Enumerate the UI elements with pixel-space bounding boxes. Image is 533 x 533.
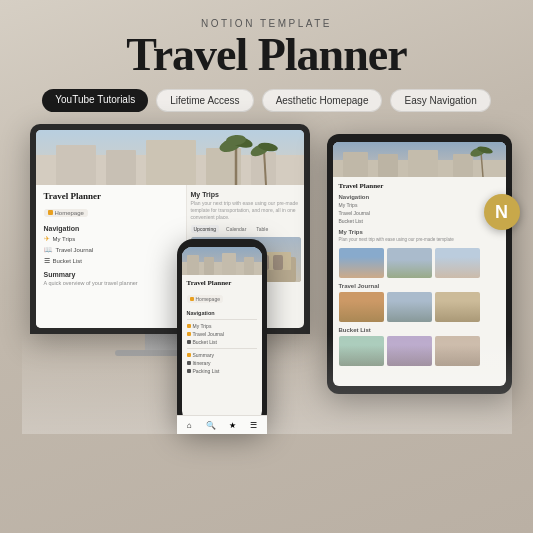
phone-screen: Travel Planner Homepage Navigation My Tr… xyxy=(182,247,262,421)
phone-badge-dot xyxy=(190,297,194,301)
svg-rect-27 xyxy=(408,150,438,177)
phone-nav-item-1[interactable]: My Trips xyxy=(187,323,257,329)
notion-badge: N xyxy=(484,194,520,230)
monitor-nav-item-2[interactable]: 📖 Travel Journal xyxy=(44,246,178,254)
tablet-nav-item-2[interactable]: Travel Journal xyxy=(339,210,500,216)
phone-badge-label: Homepage xyxy=(196,296,220,302)
phone-nav-item-4[interactable]: Summary xyxy=(187,352,257,358)
phone-content: Travel Planner Homepage Navigation My Tr… xyxy=(182,275,262,378)
phone-nav-dot-3 xyxy=(187,340,191,344)
tablet-img-street xyxy=(387,292,432,322)
svg-rect-3 xyxy=(106,150,136,185)
svg-rect-28 xyxy=(453,154,473,177)
nav-item-label-1: My Trips xyxy=(53,236,76,242)
monitor-trips-text: Plan your next trip with ease using our … xyxy=(191,200,301,221)
phone-nav-divider xyxy=(187,319,257,320)
phone-nav-label-6: Packing List xyxy=(193,368,220,374)
tablet-screen: Travel Planner Navigation My Trips Trave… xyxy=(333,142,506,386)
tablet-nav-label: Navigation xyxy=(339,194,500,200)
tablet-img-row xyxy=(339,248,500,278)
phone-title: Travel Planner xyxy=(187,279,257,287)
svg-rect-37 xyxy=(244,257,254,275)
phone-nav-dot-4 xyxy=(187,353,191,357)
phone: Travel Planner Homepage Navigation My Tr… xyxy=(177,239,267,434)
notion-label: NOTION TEMPLATE xyxy=(201,18,332,29)
tablet-hero xyxy=(333,142,506,177)
page-wrapper: NOTION TEMPLATE Travel Planner YouTube T… xyxy=(0,0,533,533)
phone-nav-label-4: Summary xyxy=(193,352,214,358)
monitor-nav-item-1[interactable]: ✈ My Trips xyxy=(44,235,178,243)
phone-bottom-bar: ⌂ 🔍 ★ ☰ xyxy=(182,415,262,421)
phone-badge: Homepage xyxy=(187,295,223,303)
svg-rect-22 xyxy=(273,255,283,270)
monitor-trips-label: My Trips xyxy=(191,191,301,198)
bucket-img-2 xyxy=(387,336,432,366)
tablet-nav-item-1[interactable]: My Trips xyxy=(339,202,500,208)
tablet-img-temple xyxy=(339,292,384,322)
tablet-bucket-label: Bucket List xyxy=(339,327,500,333)
list-icon: ☰ xyxy=(44,257,50,265)
phone-outer: Travel Planner Homepage Navigation My Tr… xyxy=(177,239,267,429)
tablet-page-title: Travel Planner xyxy=(339,182,500,190)
tablet-nav-section: Navigation My Trips Travel Journal Bucke… xyxy=(339,194,500,224)
badge-aesthetic[interactable]: Aesthetic Homepage xyxy=(262,89,383,112)
phone-bottom-star-icon[interactable]: ★ xyxy=(226,419,238,421)
monitor-homepage-badge: Homepage xyxy=(44,209,88,217)
notion-n-icon: N xyxy=(495,203,508,221)
book-icon: 📖 xyxy=(44,246,53,254)
svg-rect-34 xyxy=(187,255,199,275)
phone-nav-dot-6 xyxy=(187,369,191,373)
phone-nav-label-1: My Trips xyxy=(193,323,212,329)
monitor-tabs: Upcoming Calendar Table xyxy=(191,225,301,233)
phone-nav-item-2[interactable]: Travel Journal xyxy=(187,331,257,337)
tablet-img-market xyxy=(435,292,480,322)
phone-bottom-search-icon[interactable]: 🔍 xyxy=(205,419,217,421)
phone-nav-label-5: Itinerary xyxy=(193,360,211,366)
main-title: Travel Planner xyxy=(126,31,406,79)
tablet-img-beach xyxy=(339,248,384,278)
phone-nav-item-3[interactable]: Bucket List xyxy=(187,339,257,345)
badge-lifetime[interactable]: Lifetime Access xyxy=(156,89,253,112)
tab-table[interactable]: Table xyxy=(253,225,271,233)
phone-nav-label-2: Travel Journal xyxy=(193,331,225,337)
monitor-nav-label: Navigation xyxy=(44,225,178,232)
monitor-nav-item-3[interactable]: ☰ Bucket List xyxy=(44,257,178,265)
svg-rect-4 xyxy=(146,140,196,185)
phone-hero-svg xyxy=(182,247,262,275)
tablet-content: Travel Planner Navigation My Trips Trave… xyxy=(333,177,506,370)
tab-calendar[interactable]: Calendar xyxy=(223,225,249,233)
phone-nav-item-6[interactable]: Packing List xyxy=(187,368,257,374)
plane-icon: ✈ xyxy=(44,235,50,243)
phone-nav-label-3: Bucket List xyxy=(193,339,217,345)
phone-hero xyxy=(182,247,262,275)
badge-youtube[interactable]: YouTube Tutorials xyxy=(42,89,148,112)
tab-upcoming[interactable]: Upcoming xyxy=(191,225,220,233)
tablet-journal-section: Travel Journal xyxy=(339,283,500,322)
bucket-img-3 xyxy=(435,336,480,366)
tablet-bucket-img-row xyxy=(339,336,500,366)
tablet-trips-text: Plan your next trip with ease using our … xyxy=(339,237,500,243)
svg-rect-26 xyxy=(378,154,398,177)
phone-bottom-menu-icon[interactable]: ☰ xyxy=(248,419,260,421)
monitor-summary-text: A quick overview of your travel planner xyxy=(44,280,178,286)
phone-nav-label: Navigation xyxy=(187,310,257,316)
monitor-hero-svg xyxy=(36,130,304,185)
nav-item-label-3: Bucket List xyxy=(53,258,82,264)
monitor-page-title: Travel Planner xyxy=(44,191,178,201)
homepage-badge-label: Homepage xyxy=(55,210,84,216)
tablet-journal-img-row xyxy=(339,292,500,322)
phone-nav-item-5[interactable]: Itinerary xyxy=(187,360,257,366)
phone-bottom-home-icon[interactable]: ⌂ xyxy=(183,419,195,421)
tablet-img-mountain xyxy=(387,248,432,278)
monitor: Travel Planner Homepage Navigation ✈ My … xyxy=(30,124,320,384)
tablet-nav-item-3[interactable]: Bucket List xyxy=(339,218,500,224)
monitor-left-panel: Travel Planner Homepage Navigation ✈ My … xyxy=(36,185,186,328)
tablet-trips-label: My Trips xyxy=(339,229,500,235)
tablet-trips-section: My Trips Plan your next trip with ease u… xyxy=(339,229,500,277)
homepage-dot xyxy=(48,210,53,215)
badges-row: YouTube Tutorials Lifetime Access Aesthe… xyxy=(42,89,490,112)
tablet-hero-svg xyxy=(333,142,506,177)
tablet-journal-label: Travel Journal xyxy=(339,283,500,289)
badge-navigation[interactable]: Easy Navigation xyxy=(390,89,490,112)
tablet: Travel Planner Navigation My Trips Trave… xyxy=(327,134,512,399)
